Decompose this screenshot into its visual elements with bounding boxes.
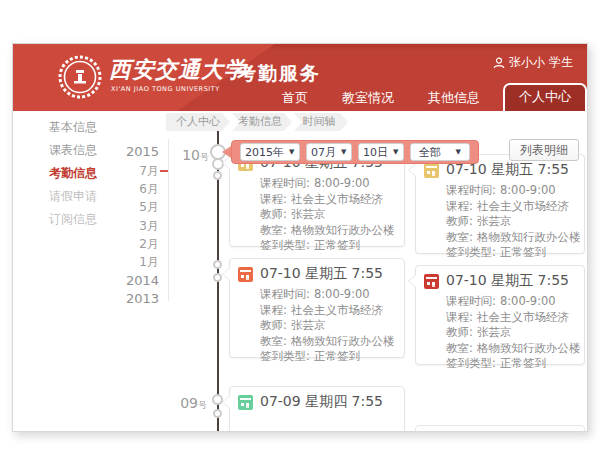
- breadcrumb-timeline[interactable]: 时间轴: [294, 113, 348, 131]
- timeline-nav-jan[interactable]: 1月: [113, 254, 159, 271]
- breadcrumb-attendance-info[interactable]: 考勤信息: [232, 113, 292, 131]
- sidebar-item-attendance-info[interactable]: 考勤信息: [49, 165, 97, 182]
- timeline-node[interactable]: [213, 273, 222, 282]
- university-name-cn: 西安交通大学: [109, 55, 247, 85]
- breadcrumb: 个人中心 考勤信息 时间轴: [166, 113, 350, 131]
- timeline-nav-feb[interactable]: 2月: [113, 236, 159, 253]
- attendance-card[interactable]: 07-09 星期四 7:55: [229, 386, 405, 432]
- timeline-nav-may[interactable]: 5月: [113, 199, 159, 216]
- day-marker-10: 10号: [173, 145, 209, 164]
- user-info[interactable]: 张小小 学生: [493, 54, 573, 71]
- calendar-status-icon: [238, 267, 253, 282]
- sidebar-item-leave-request[interactable]: 请假申请: [49, 188, 97, 205]
- day-dropdown[interactable]: 10日 ▼: [358, 143, 404, 161]
- caret-down-icon: ▼: [456, 148, 461, 156]
- timeline-nav-2015[interactable]: 2015: [113, 144, 159, 159]
- attendance-card[interactable]: 07-10 星期五 7:55 课程时间:8:00-9:00 课程:社会主义市场经…: [415, 154, 585, 254]
- timeline-node[interactable]: [213, 260, 222, 269]
- sidebar-item-schedule-info[interactable]: 课表信息: [49, 142, 97, 159]
- timeline-nav-mar[interactable]: 3月: [113, 218, 159, 235]
- filter-bubble-arrow: [222, 146, 231, 158]
- app-header: 西安交通大学 XI'AN JIAO TONG UNIVERSITY 考勤服务 张…: [13, 44, 587, 111]
- day-marker-09: 09号: [171, 393, 207, 412]
- timeline-nav-jul[interactable]: 7月: [113, 163, 159, 180]
- caret-down-icon: ▼: [289, 148, 294, 156]
- nav-personal-center[interactable]: 个人中心: [503, 83, 587, 111]
- sidebar-item-basic-info[interactable]: 基本信息: [49, 119, 97, 136]
- caret-down-icon: ▼: [393, 148, 398, 156]
- page-canvas: 西安交通大学 XI'AN JIAO TONG UNIVERSITY 考勤服务 张…: [0, 0, 600, 450]
- nav-home[interactable]: 首页: [265, 85, 325, 111]
- card-date: 07-10 星期五 7:55: [446, 272, 569, 290]
- sidebar-item-subscription-info[interactable]: 订阅信息: [49, 211, 97, 228]
- main-nav: 首页 教室情况 其他信息 个人中心: [265, 83, 587, 111]
- timeline-node[interactable]: [213, 171, 222, 180]
- attendance-card[interactable]: 07-10 星期五 7:55 课程时间:8:00-9:00 课程:社会主义市场经…: [415, 265, 585, 365]
- timeline-nav-2014[interactable]: 2014: [113, 273, 159, 288]
- filter-bubble: 2015年 ▼ 07月 ▼ 10日 ▼ 全部 ▼: [231, 140, 479, 164]
- month-dropdown[interactable]: 07月 ▼: [306, 143, 352, 161]
- attendance-card[interactable]: 07-10 星期五 7:55 课程时间:8:00-9:00 课程:社会主义市场经…: [229, 258, 405, 358]
- user-role: 学生: [549, 54, 573, 71]
- scope-dropdown[interactable]: 全部 ▼: [410, 143, 470, 161]
- university-name-en: XI'AN JIAO TONG UNIVERSITY: [111, 85, 220, 93]
- caret-down-icon: ▼: [341, 148, 346, 156]
- timeline-nav-2013[interactable]: 2013: [113, 291, 159, 306]
- calendar-status-icon: [424, 274, 439, 289]
- timeline-nav-divider: [168, 139, 169, 301]
- year-dropdown[interactable]: 2015年 ▼: [240, 143, 300, 161]
- card-date: 07-10 星期五 7:55: [260, 265, 383, 283]
- user-name: 张小小: [509, 54, 545, 71]
- timeline-nav-jun[interactable]: 6月: [113, 181, 159, 198]
- card-date: 07-09 星期四 7:55: [260, 393, 383, 411]
- university-logo-icon: [57, 54, 103, 100]
- list-detail-button[interactable]: 列表明细: [509, 139, 579, 161]
- user-icon: [493, 57, 505, 69]
- calendar-status-icon: [424, 163, 439, 178]
- timeline-node[interactable]: [213, 409, 222, 418]
- app-window: 西安交通大学 XI'AN JIAO TONG UNIVERSITY 考勤服务 张…: [12, 43, 588, 432]
- nav-classroom[interactable]: 教室情况: [325, 85, 411, 111]
- attendance-card-partial[interactable]: [415, 425, 585, 432]
- breadcrumb-personal-center[interactable]: 个人中心: [166, 113, 230, 131]
- calendar-status-icon: [238, 395, 253, 410]
- nav-other-info[interactable]: 其他信息: [411, 85, 497, 111]
